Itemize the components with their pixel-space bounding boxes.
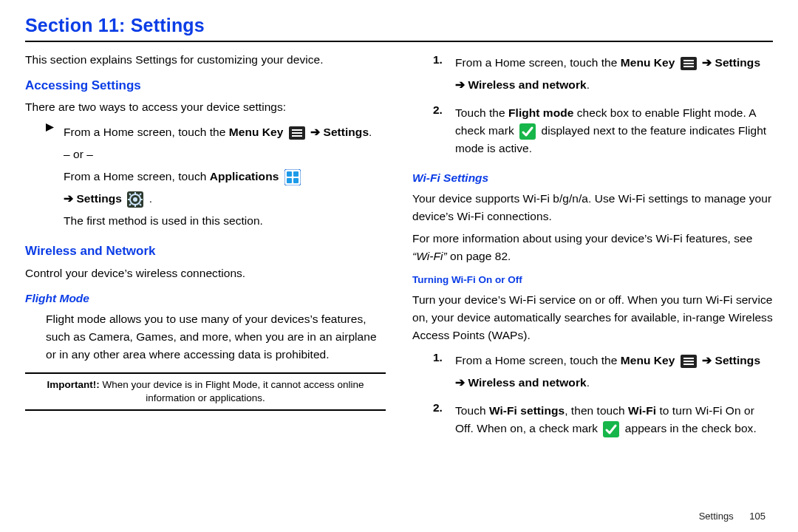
footer-page-number: 105 <box>749 511 765 522</box>
first-method-note: The first method is used in this section… <box>64 212 372 230</box>
applications-icon <box>284 169 301 185</box>
svg-marker-0 <box>46 123 54 132</box>
page-footer: Settings 105 <box>699 511 765 522</box>
page-title: Section 11: Settings <box>25 15 773 36</box>
menu-key-icon <box>681 57 697 70</box>
step-text: Touch Wi-Fi settings, then touch Wi-Fi t… <box>455 399 773 442</box>
numbered-item: 1. From a Home screen, touch the Menu Ke… <box>412 51 773 98</box>
svg-rect-8 <box>287 178 292 183</box>
svg-line-18 <box>140 204 141 205</box>
step-text: Touch the Flight mode check box to enabl… <box>455 101 773 162</box>
intro-text: This section explains Settings for custo… <box>25 51 386 69</box>
important-note: Important!: When your device is in Fligh… <box>25 372 386 411</box>
step-number: 1. <box>433 349 448 366</box>
step-number: 2. <box>433 399 448 417</box>
wifi-body-2: For more information about using your de… <box>412 230 773 265</box>
svg-rect-9 <box>293 178 299 183</box>
step-text: From a Home screen, touch the Menu Key ➔… <box>64 120 372 234</box>
checkmark-icon <box>603 421 619 437</box>
svg-rect-4 <box>292 135 302 137</box>
svg-line-17 <box>129 194 131 195</box>
turning-body: Turn your device’s Wi-Fi service on or o… <box>412 291 773 344</box>
footer-section-name: Settings <box>699 511 734 522</box>
wireless-intro: Control your device’s wireless connectio… <box>25 265 386 282</box>
menu-key-icon <box>289 126 305 140</box>
flight-mode-body: Flight mode allows you to use many of yo… <box>25 310 386 364</box>
heading-wireless-network: Wireless and Network <box>25 242 386 261</box>
svg-rect-22 <box>683 60 694 61</box>
numbered-item: 2. Touch the Flight mode check box to en… <box>412 101 773 162</box>
svg-rect-24 <box>683 66 694 67</box>
step-text: From a Home screen, touch the Menu Key ➔… <box>455 349 760 396</box>
heading-wifi-settings: Wi-Fi Settings <box>412 169 773 187</box>
svg-rect-23 <box>683 63 694 64</box>
settings-gear-icon <box>127 191 143 208</box>
checkmark-icon <box>519 123 536 140</box>
manual-page: Section 11: Settings This section explai… <box>0 0 798 532</box>
numbered-item: 1. From a Home screen, touch the Menu Ke… <box>412 349 773 396</box>
svg-rect-30 <box>603 421 619 437</box>
svg-rect-7 <box>293 171 299 177</box>
svg-point-12 <box>133 197 137 202</box>
svg-rect-25 <box>519 123 536 140</box>
svg-line-19 <box>140 194 141 195</box>
triangle-bullet-icon <box>46 123 56 132</box>
heading-flight-mode: Flight Mode <box>25 290 386 307</box>
menu-key-icon <box>681 355 697 368</box>
svg-rect-28 <box>683 361 694 362</box>
left-column: This section explains Settings for custo… <box>25 48 386 445</box>
right-column: 1. From a Home screen, touch the Menu Ke… <box>412 48 773 445</box>
svg-rect-2 <box>292 129 302 131</box>
accessing-intro: There are two ways to access your device… <box>25 98 386 116</box>
svg-rect-6 <box>287 171 292 177</box>
wifi-body-1: Your device supports Wi-Fi b/g/n/a. Use … <box>412 190 773 225</box>
numbered-item: 2. Touch Wi-Fi settings, then touch Wi-F… <box>412 399 773 442</box>
bullet-item: From a Home screen, touch the Menu Key ➔… <box>25 120 386 234</box>
svg-rect-29 <box>683 364 694 365</box>
title-rule <box>25 41 773 42</box>
heading-accessing-settings: Accessing Settings <box>25 76 386 95</box>
two-columns: This section explains Settings for custo… <box>25 48 773 445</box>
svg-line-20 <box>129 204 131 205</box>
heading-turning-wifi: Turning Wi-Fi On or Off <box>412 273 773 288</box>
step-number: 2. <box>433 101 448 119</box>
svg-rect-27 <box>683 358 694 359</box>
step-number: 1. <box>433 51 448 69</box>
svg-rect-3 <box>292 132 302 134</box>
step-text: From a Home screen, touch the Menu Key ➔… <box>455 51 760 98</box>
or-line: – or – <box>64 146 372 163</box>
